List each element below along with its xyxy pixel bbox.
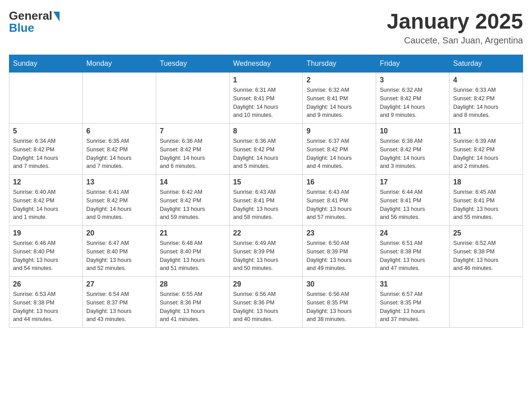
day-number: 10	[380, 127, 446, 135]
day-info: Sunrise: 6:32 AMSunset: 8:41 PMDaylight:…	[306, 86, 372, 120]
day-info: Sunrise: 6:32 AMSunset: 8:42 PMDaylight:…	[380, 86, 446, 120]
calendar-cell: 2Sunrise: 6:32 AMSunset: 8:41 PMDaylight…	[303, 73, 376, 124]
day-number: 27	[86, 280, 152, 288]
day-number: 12	[13, 178, 79, 186]
day-info: Sunrise: 6:56 AMSunset: 8:36 PMDaylight:…	[233, 290, 299, 324]
day-number: 8	[233, 127, 299, 135]
calendar-cell: 21Sunrise: 6:48 AMSunset: 8:40 PMDayligh…	[156, 226, 229, 277]
day-info: Sunrise: 6:52 AMSunset: 8:38 PMDaylight:…	[453, 239, 519, 273]
calendar-cell: 30Sunrise: 6:56 AMSunset: 8:35 PMDayligh…	[303, 277, 376, 328]
day-number: 1	[233, 76, 299, 84]
calendar-cell: 24Sunrise: 6:51 AMSunset: 8:38 PMDayligh…	[376, 226, 450, 277]
calendar-cell: 28Sunrise: 6:55 AMSunset: 8:36 PMDayligh…	[156, 277, 229, 328]
calendar-cell: 4Sunrise: 6:33 AMSunset: 8:42 PMDaylight…	[450, 73, 523, 124]
calendar-cell: 6Sunrise: 6:35 AMSunset: 8:42 PMDaylight…	[82, 124, 156, 175]
day-info: Sunrise: 6:41 AMSunset: 8:42 PMDaylight:…	[86, 188, 152, 222]
day-number: 13	[86, 178, 152, 186]
day-info: Sunrise: 6:37 AMSunset: 8:42 PMDaylight:…	[306, 137, 372, 171]
day-info: Sunrise: 6:36 AMSunset: 8:42 PMDaylight:…	[160, 137, 226, 171]
calendar-cell	[82, 73, 156, 124]
day-info: Sunrise: 6:43 AMSunset: 8:41 PMDaylight:…	[306, 188, 372, 222]
calendar-day-header: Friday	[376, 55, 450, 73]
day-number: 7	[160, 127, 226, 135]
day-info: Sunrise: 6:50 AMSunset: 8:39 PMDaylight:…	[306, 239, 372, 273]
calendar-cell: 9Sunrise: 6:37 AMSunset: 8:42 PMDaylight…	[303, 124, 376, 175]
day-info: Sunrise: 6:44 AMSunset: 8:41 PMDaylight:…	[380, 188, 446, 222]
calendar-cell: 25Sunrise: 6:52 AMSunset: 8:38 PMDayligh…	[450, 226, 523, 277]
day-info: Sunrise: 6:33 AMSunset: 8:42 PMDaylight:…	[453, 86, 519, 120]
day-info: Sunrise: 6:38 AMSunset: 8:42 PMDaylight:…	[380, 137, 446, 171]
day-info: Sunrise: 6:57 AMSunset: 8:35 PMDaylight:…	[380, 290, 446, 324]
day-number: 26	[13, 280, 79, 288]
calendar-cell: 14Sunrise: 6:42 AMSunset: 8:42 PMDayligh…	[156, 175, 229, 226]
day-number: 4	[453, 76, 519, 84]
logo-triangle-icon	[53, 12, 60, 21]
calendar-table: SundayMondayTuesdayWednesdayThursdayFrid…	[9, 55, 523, 328]
month-title: January 2025	[387, 9, 523, 34]
day-info: Sunrise: 6:55 AMSunset: 8:36 PMDaylight:…	[160, 290, 226, 324]
calendar-cell: 5Sunrise: 6:34 AMSunset: 8:42 PMDaylight…	[9, 124, 83, 175]
calendar-cell: 23Sunrise: 6:50 AMSunset: 8:39 PMDayligh…	[303, 226, 376, 277]
day-number: 6	[86, 127, 152, 135]
calendar-cell: 20Sunrise: 6:47 AMSunset: 8:40 PMDayligh…	[82, 226, 156, 277]
day-info: Sunrise: 6:54 AMSunset: 8:37 PMDaylight:…	[86, 290, 152, 324]
calendar-cell: 22Sunrise: 6:49 AMSunset: 8:39 PMDayligh…	[229, 226, 303, 277]
day-number: 18	[453, 178, 519, 186]
calendar-cell: 26Sunrise: 6:53 AMSunset: 8:38 PMDayligh…	[9, 277, 83, 328]
calendar-cell: 10Sunrise: 6:38 AMSunset: 8:42 PMDayligh…	[376, 124, 450, 175]
calendar-day-header: Thursday	[303, 55, 376, 73]
calendar-day-header: Saturday	[450, 55, 523, 73]
title-area: January 2025 Caucete, San Juan, Argentin…	[387, 9, 523, 46]
day-info: Sunrise: 6:46 AMSunset: 8:40 PMDaylight:…	[13, 239, 79, 273]
day-info: Sunrise: 6:43 AMSunset: 8:41 PMDaylight:…	[233, 188, 299, 222]
calendar-cell: 1Sunrise: 6:31 AMSunset: 8:41 PMDaylight…	[229, 73, 303, 124]
day-info: Sunrise: 6:42 AMSunset: 8:42 PMDaylight:…	[160, 188, 226, 222]
day-info: Sunrise: 6:36 AMSunset: 8:42 PMDaylight:…	[233, 137, 299, 171]
day-number: 28	[160, 280, 226, 288]
calendar-day-header: Tuesday	[156, 55, 229, 73]
calendar-week-row: 19Sunrise: 6:46 AMSunset: 8:40 PMDayligh…	[9, 226, 523, 277]
day-number: 22	[233, 229, 299, 237]
day-info: Sunrise: 6:48 AMSunset: 8:40 PMDaylight:…	[160, 239, 226, 273]
day-number: 19	[13, 229, 79, 237]
day-number: 5	[13, 127, 79, 135]
day-number: 24	[380, 229, 446, 237]
calendar-day-header: Monday	[82, 55, 156, 73]
location-title: Caucete, San Juan, Argentina	[387, 35, 523, 46]
day-info: Sunrise: 6:31 AMSunset: 8:41 PMDaylight:…	[233, 86, 299, 120]
calendar-cell: 17Sunrise: 6:44 AMSunset: 8:41 PMDayligh…	[376, 175, 450, 226]
day-info: Sunrise: 6:47 AMSunset: 8:40 PMDaylight:…	[86, 239, 152, 273]
day-number: 20	[86, 229, 152, 237]
day-number: 29	[233, 280, 299, 288]
calendar-cell: 3Sunrise: 6:32 AMSunset: 8:42 PMDaylight…	[376, 73, 450, 124]
calendar-cell: 18Sunrise: 6:45 AMSunset: 8:41 PMDayligh…	[450, 175, 523, 226]
calendar-cell: 8Sunrise: 6:36 AMSunset: 8:42 PMDaylight…	[229, 124, 303, 175]
day-number: 11	[453, 127, 519, 135]
day-info: Sunrise: 6:51 AMSunset: 8:38 PMDaylight:…	[380, 239, 446, 273]
calendar-cell	[450, 277, 523, 328]
day-number: 14	[160, 178, 226, 186]
calendar-week-row: 12Sunrise: 6:40 AMSunset: 8:42 PMDayligh…	[9, 175, 523, 226]
day-number: 3	[380, 76, 446, 84]
day-info: Sunrise: 6:49 AMSunset: 8:39 PMDaylight:…	[233, 239, 299, 273]
day-info: Sunrise: 6:35 AMSunset: 8:42 PMDaylight:…	[86, 137, 152, 171]
day-number: 30	[306, 280, 372, 288]
calendar-cell: 7Sunrise: 6:36 AMSunset: 8:42 PMDaylight…	[156, 124, 229, 175]
day-info: Sunrise: 6:39 AMSunset: 8:42 PMDaylight:…	[453, 137, 519, 171]
day-number: 31	[380, 280, 446, 288]
calendar-cell: 15Sunrise: 6:43 AMSunset: 8:41 PMDayligh…	[229, 175, 303, 226]
logo: General Blue	[9, 9, 60, 35]
calendar-week-row: 1Sunrise: 6:31 AMSunset: 8:41 PMDaylight…	[9, 73, 523, 124]
day-number: 21	[160, 229, 226, 237]
calendar-day-header: Wednesday	[229, 55, 303, 73]
day-number: 15	[233, 178, 299, 186]
day-number: 2	[306, 76, 372, 84]
calendar-cell	[156, 73, 229, 124]
calendar-week-row: 26Sunrise: 6:53 AMSunset: 8:38 PMDayligh…	[9, 277, 523, 328]
page-header: General Blue January 2025 Caucete, San J…	[9, 9, 523, 46]
logo-blue-text: Blue	[9, 21, 34, 35]
calendar-cell	[9, 73, 83, 124]
calendar-cell: 11Sunrise: 6:39 AMSunset: 8:42 PMDayligh…	[450, 124, 523, 175]
day-number: 23	[306, 229, 372, 237]
calendar-day-header: Sunday	[9, 55, 83, 73]
